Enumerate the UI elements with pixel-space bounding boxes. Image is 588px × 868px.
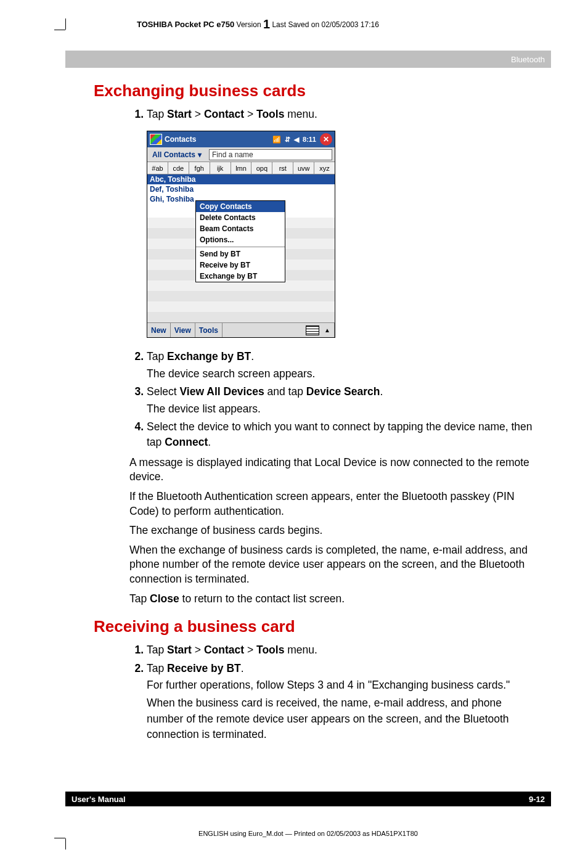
ss-status-icons: 📶 ⇵ ◀ 8:11 [272,136,316,144]
list-item[interactable]: Abc, Toshiba [147,174,335,184]
text: Tap [147,662,167,674]
step-item: Select the device to which you want to c… [147,419,540,451]
find-name-input[interactable]: Find a name [209,149,332,160]
menu-item[interactable]: Beam Contacts [196,223,285,234]
alpha-tab[interactable]: fgh [189,162,210,174]
menu-item[interactable]: Send by BT [196,248,285,260]
bold-text: View All Devices [180,385,264,398]
text: Tap [147,108,167,120]
start-flag-icon[interactable] [150,134,162,145]
paragraph: If the Bluetooth Authentication screen a… [129,489,540,518]
keyboard-icon[interactable] [306,326,319,335]
text: > [192,108,204,120]
alpha-tab[interactable]: xyz [314,162,335,174]
list-item[interactable]: Def, Toshiba [147,184,335,194]
steps-list: Tap Start > Contact > Tools menu. [129,107,540,122]
text: and tap [264,385,306,398]
paragraph: Tap Close to return to the contact list … [129,592,540,607]
menu-item[interactable]: Options... [196,234,285,245]
placeholder-text: Find a name [212,150,253,159]
alpha-tab[interactable]: cde [168,162,189,174]
all-contacts-dropdown[interactable]: All Contacts ▾ [147,150,206,159]
step-item: Select View All Devices and tap Device S… [147,384,540,417]
menu-item[interactable]: Delete Contacts [196,212,285,223]
text: > [192,644,204,656]
text: > [244,108,256,120]
text: . [241,662,244,674]
saved-timestamp: Last Saved on 02/05/2003 17:16 [272,20,378,29]
clock-time: 8:11 [303,136,316,143]
step-sub: When the business card is received, the … [147,695,540,742]
bold-text: Contact [204,644,244,656]
text: Tap [147,644,167,656]
footer-left: User's Manual [71,795,126,804]
bold-text: Close [150,592,179,605]
text: menu. [284,108,317,120]
close-icon[interactable]: ✕ [320,133,332,145]
version-number: 1 [263,17,270,31]
text: . [208,436,211,448]
ss-titlebar: Contacts 📶 ⇵ ◀ 8:11 ✕ [147,131,335,147]
softkey-new[interactable]: New [147,323,171,337]
chevron-down-icon: ▾ [198,150,202,159]
bold-text: Start [167,108,192,120]
section-heading: Exchanging business cards [94,81,540,100]
steps-list: Tap Exchange by BT. The device search sc… [129,349,540,450]
spacer [223,323,306,337]
alpha-tab[interactable]: opq [251,162,272,174]
chapter-label: Bluetooth [511,55,545,64]
product-name: TOSHIBA Pocket PC e750 [137,20,234,29]
menu-item-selected[interactable]: Copy Contacts [196,201,285,212]
menu-item[interactable]: Receive by BT [196,260,285,271]
bold-text: Exchange by BT [167,350,251,362]
print-info: ENGLISH using Euro_M.dot — Printed on 02… [65,830,551,837]
menu-item[interactable]: Exchange by BT [196,271,285,282]
text: Tap [147,350,167,362]
step-sub: For further operations, follow Steps 3 a… [147,678,540,693]
tools-menu: Copy Contacts Delete Contacts Beam Conta… [195,200,285,282]
chapter-bar: Bluetooth [65,51,551,68]
alpha-tab[interactable]: ijk [210,162,231,174]
text: menu. [284,644,317,656]
sync-icon: ⇵ [285,136,290,144]
alpha-tab[interactable]: lmn [231,162,252,174]
version-label: Version [237,20,261,29]
signal-icon: 📶 [272,136,281,144]
text: Tap [129,592,150,605]
crop-mark [65,838,66,850]
bold-text: Contact [204,108,244,120]
bold-text: Tools [256,644,284,656]
ss-app-title: Contacts [165,135,272,144]
alpha-tab[interactable]: uvw [293,162,314,174]
paragraph: The exchange of business cards begins. [129,523,540,538]
step-item: Tap Start > Contact > Tools menu. [147,107,540,122]
page-header: TOSHIBA Pocket PC e750 Version 1 Last Sa… [65,17,551,31]
step-item: Tap Exchange by BT. The device search sc… [147,349,540,382]
step-item: Tap Start > Contact > Tools menu. [147,642,540,658]
ss-bottom-bar: New View Tools ▲ [147,322,335,337]
crop-mark [54,838,65,838]
bold-text: Receive by BT [167,662,241,674]
step-item: Tap Receive by BT. For further operation… [147,661,540,743]
softkey-view[interactable]: View [171,323,195,337]
arrow-up-icon[interactable]: ▲ [321,323,335,337]
menu-divider [196,247,285,247]
bold-text: Connect [165,436,208,448]
text: . [251,350,254,362]
crop-mark [54,30,65,30]
text: > [244,644,256,656]
list-background: Copy Contacts Delete Contacts Beam Conta… [147,218,335,322]
alpha-tab[interactable]: #ab [147,162,168,174]
text: to return to the contact list screen. [179,592,345,605]
bold-text: Device Search [306,385,380,398]
bold-text: Tools [256,108,284,120]
alpha-index: #ab cde fgh ijk lmn opq rst uvw xyz [147,162,335,174]
alpha-tab[interactable]: rst [272,162,293,174]
footer-right: 9-12 [529,795,545,804]
dropdown-label: All Contacts [152,150,195,159]
speaker-icon: ◀ [294,136,299,144]
softkey-tools[interactable]: Tools [195,323,223,337]
steps-list: Tap Start > Contact > Tools menu. Tap Re… [129,642,540,742]
text: . [380,385,383,398]
text: Select [147,385,180,398]
